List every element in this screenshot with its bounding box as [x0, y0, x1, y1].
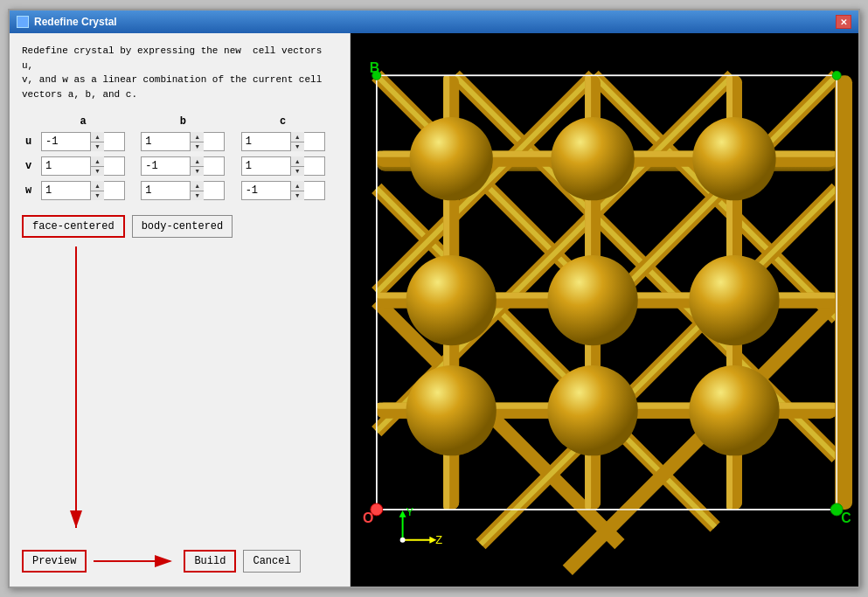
svg-point-59: [689, 255, 779, 345]
svg-rect-22: [837, 75, 852, 510]
u-b-up[interactable]: ▲: [191, 132, 204, 142]
v-a-up[interactable]: ▲: [91, 156, 104, 166]
window-icon: [17, 16, 29, 28]
svg-point-60: [406, 365, 496, 455]
v-a-input[interactable]: [42, 157, 90, 175]
window-title: Redefine Crystal: [34, 16, 117, 28]
matrix-table: a b c u: [22, 114, 337, 203]
v-a-spinner[interactable]: ▲ ▼: [41, 156, 125, 176]
svg-point-56: [692, 117, 775, 200]
main-window: Redefine Crystal ✕ Redefine crystal by e…: [8, 9, 860, 588]
v-b-spinner[interactable]: ▲ ▼: [141, 156, 225, 176]
matrix-row-v: v ▲ ▼: [22, 154, 337, 178]
u-b-down[interactable]: ▼: [191, 142, 204, 152]
svg-point-77: [400, 538, 406, 543]
u-a-input[interactable]: [42, 133, 90, 150]
u-c-input[interactable]: [242, 133, 290, 150]
centering-buttons: face-centered body-centered: [22, 215, 337, 238]
svg-text:Z: Z: [435, 533, 442, 546]
u-b-spinner[interactable]: ▲ ▼: [141, 132, 225, 151]
body-centered-button[interactable]: body-centered: [132, 215, 233, 238]
w-b-down[interactable]: ▼: [191, 191, 204, 201]
w-c-input[interactable]: [242, 182, 290, 199]
preview-spacer: [22, 246, 337, 543]
v-b-up[interactable]: ▲: [191, 156, 204, 166]
col-header-b: b: [137, 114, 228, 129]
v-a-down[interactable]: ▼: [91, 166, 104, 177]
title-bar: Redefine Crystal ✕: [10, 10, 858, 33]
vertical-line-svg: [67, 246, 85, 543]
action-bar: Preview Build Cancel: [22, 543, 337, 576]
w-a-down[interactable]: ▼: [91, 191, 104, 201]
u-c-down[interactable]: ▼: [291, 142, 304, 152]
v-b-down[interactable]: ▼: [191, 166, 204, 177]
v-c-down[interactable]: ▼: [291, 166, 304, 177]
build-button[interactable]: Build: [184, 550, 236, 573]
title-bar-left: Redefine Crystal: [17, 16, 117, 28]
u-c-up[interactable]: ▲: [291, 132, 304, 142]
svg-point-54: [410, 117, 493, 200]
crystal-visualization: B C O Y Z: [351, 33, 858, 587]
matrix-row-w: w ▲ ▼: [22, 178, 337, 203]
row-label-u: u: [22, 129, 38, 154]
w-a-input[interactable]: [42, 182, 90, 199]
w-b-up[interactable]: ▲: [191, 181, 204, 191]
row-label-w: w: [22, 178, 38, 203]
v-c-input[interactable]: [242, 157, 290, 175]
svg-point-67: [832, 71, 841, 80]
crystal-svg: B C O Y Z: [351, 33, 858, 587]
w-b-input[interactable]: [142, 182, 190, 199]
cancel-button[interactable]: Cancel: [243, 550, 300, 573]
svg-point-58: [547, 255, 637, 345]
col-header-c: c: [238, 114, 329, 129]
w-a-up[interactable]: ▲: [91, 181, 104, 191]
v-b-input[interactable]: [142, 157, 190, 175]
horizontal-arrow: [94, 552, 177, 570]
svg-text:Y: Y: [406, 505, 414, 518]
u-b-input[interactable]: [142, 133, 190, 150]
content-area: Redefine crystal by expressing the new c…: [10, 33, 858, 587]
svg-point-62: [689, 365, 779, 455]
h-arrow-svg: [94, 552, 177, 570]
u-a-spinner[interactable]: ▲ ▼: [41, 132, 125, 151]
svg-point-61: [547, 365, 637, 455]
w-c-spinner[interactable]: ▲ ▼: [241, 181, 325, 200]
close-button[interactable]: ✕: [836, 15, 851, 29]
v-c-spinner[interactable]: ▲ ▼: [241, 156, 325, 176]
u-c-spinner[interactable]: ▲ ▼: [241, 132, 325, 151]
left-panel: Redefine crystal by expressing the new c…: [10, 33, 351, 587]
svg-text:B: B: [370, 60, 379, 75]
preview-button[interactable]: Preview: [22, 550, 87, 573]
svg-text:O: O: [363, 510, 373, 525]
u-a-up[interactable]: ▲: [91, 132, 104, 142]
row-label-v: v: [22, 154, 38, 178]
svg-text:C: C: [841, 510, 851, 525]
w-c-up[interactable]: ▲: [291, 181, 304, 191]
v-c-up[interactable]: ▲: [291, 156, 304, 166]
description-text: Redefine crystal by expressing the new c…: [22, 44, 337, 101]
w-c-down[interactable]: ▼: [291, 191, 304, 201]
u-a-down[interactable]: ▼: [91, 142, 104, 152]
w-b-spinner[interactable]: ▲ ▼: [141, 181, 225, 200]
svg-point-55: [551, 117, 634, 200]
svg-point-57: [406, 255, 496, 345]
face-centered-button[interactable]: face-centered: [22, 215, 125, 238]
matrix-row-u: u ▲ ▼: [22, 129, 337, 154]
w-a-spinner[interactable]: ▲ ▼: [41, 181, 125, 200]
col-header-a: a: [38, 114, 128, 129]
